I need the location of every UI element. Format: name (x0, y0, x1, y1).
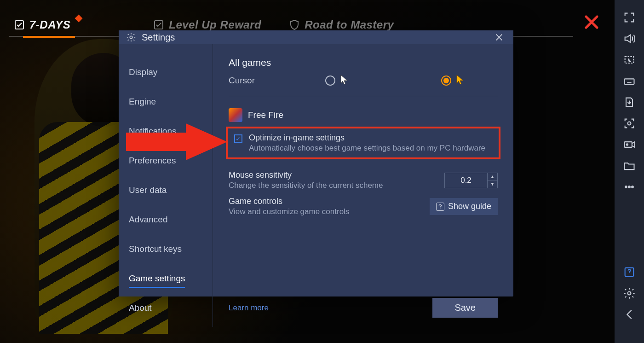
sidebar-item-label: Preferences (129, 156, 176, 165)
svg-point-11 (632, 186, 633, 188)
settings-title: Settings (142, 32, 175, 43)
tab-road-to-mastery[interactable]: Road to Mastery (284, 18, 398, 31)
show-guide-label: Show guide (448, 202, 491, 211)
radio-checked-icon (441, 76, 451, 86)
tab-label: Road to Mastery (305, 18, 394, 31)
lock-cursor-icon[interactable] (623, 53, 636, 66)
game-controls-desc: View and customize game controls (229, 207, 349, 216)
sidebar-item-label: Game settings (129, 273, 185, 283)
sidebar-item-label: User data (129, 185, 167, 195)
sidebar-item-display[interactable]: Display (119, 62, 213, 83)
sidebar-item-shortcut-keys[interactable]: Shortcut keys (119, 238, 213, 260)
cursor-label: Cursor (229, 76, 302, 86)
sidebar-item-notifications[interactable]: Notifications (119, 121, 213, 142)
volume-icon[interactable] (623, 32, 636, 45)
new-indicator-icon (75, 15, 83, 23)
sidebar-item-engine[interactable]: Engine (119, 91, 213, 112)
svg-point-13 (628, 292, 631, 295)
install-apk-icon[interactable] (623, 96, 636, 109)
sidebar-item-label: Display (129, 67, 157, 77)
svg-point-8 (627, 144, 628, 145)
optimize-description: Automatically choose best game settings … (249, 144, 485, 153)
sidebar-item-label: Shortcut keys (129, 244, 182, 254)
highlighted-optimize-row: ✓ Optimize in-game settings Automaticall… (226, 127, 500, 159)
game-section-header: Free Fire (229, 108, 498, 122)
save-button[interactable]: Save (432, 298, 498, 318)
mouse-sensitivity-desc: Change the sensitivity of the current sc… (229, 181, 383, 190)
optimize-title: Optimize in-game settings (249, 133, 485, 143)
settings-content: All games Cursor (213, 44, 513, 327)
tab-label: Level Up Reward (169, 18, 261, 31)
tab-level-up[interactable]: Level Up Reward (149, 18, 266, 31)
mouse-sensitivity-row: Mouse sensitivity Change the sensitivity… (229, 170, 498, 190)
learn-more-link[interactable]: Learn more (229, 303, 269, 313)
settings-sidebar: Display Engine Notifications Preferences… (119, 44, 213, 327)
cursor-white-icon (340, 75, 349, 87)
tab-7days[interactable]: 7-DAYS (9, 18, 75, 31)
settings-footer: Learn more Save (229, 287, 498, 318)
sidebar-item-label: Advanced (129, 215, 168, 224)
sidebar-item-label: Notifications (129, 126, 177, 136)
sidebar-item-about[interactable]: About (119, 297, 213, 319)
radio-icon (325, 76, 335, 86)
sidebar-item-advanced[interactable]: Advanced (119, 209, 213, 230)
svg-point-9 (625, 186, 627, 188)
checkbox-icon (14, 19, 25, 30)
stepper-down-icon[interactable]: ▼ (488, 180, 497, 188)
sidebar-item-label: Engine (129, 97, 156, 106)
media-folder-icon[interactable] (623, 159, 636, 172)
more-icon[interactable] (623, 180, 636, 193)
keyboard-controls-icon[interactable] (623, 75, 636, 87)
emulator-right-toolbar (615, 0, 644, 343)
gear-icon (126, 32, 136, 42)
sidebar-item-label: About (129, 303, 152, 313)
back-icon[interactable] (623, 308, 636, 321)
gear-icon[interactable] (623, 287, 636, 300)
game-name-label: Free Fire (248, 110, 283, 120)
checkbox-icon (153, 19, 164, 30)
game-controls-title: Game controls (229, 197, 349, 206)
svg-point-10 (628, 186, 630, 188)
sidebar-item-user-data[interactable]: User data (119, 180, 213, 201)
game-app-icon (229, 108, 242, 122)
sidebar-item-preferences[interactable]: Preferences (119, 150, 213, 171)
settings-modal: Settings Display Engine Notifications Pr… (119, 30, 513, 296)
svg-rect-5 (625, 79, 634, 84)
mouse-sensitivity-title: Mouse sensitivity (229, 170, 383, 180)
mouse-sensitivity-input[interactable] (445, 173, 487, 188)
stepper-up-icon[interactable]: ▲ (488, 173, 497, 180)
all-games-heading: All games (229, 57, 498, 68)
close-overlay-button[interactable] (582, 13, 601, 31)
optimize-checkbox[interactable]: ✓ (234, 134, 242, 143)
game-controls-row: Game controls View and customize game co… (229, 197, 498, 216)
record-icon[interactable] (623, 138, 636, 151)
guide-help-icon: ? (436, 203, 444, 211)
tab-label: 7-DAYS (29, 18, 70, 31)
help-icon[interactable] (623, 266, 636, 279)
settings-header: Settings (119, 30, 513, 44)
screenshot-icon[interactable] (623, 117, 636, 130)
svg-point-6 (628, 122, 631, 125)
cursor-option-custom[interactable] (441, 75, 465, 87)
shield-icon (289, 19, 300, 30)
cursor-orange-icon (456, 75, 465, 87)
svg-point-14 (130, 36, 132, 39)
cursor-option-system[interactable] (325, 75, 349, 87)
mouse-sensitivity-stepper[interactable]: ▲ ▼ (444, 173, 498, 188)
sidebar-item-game-settings[interactable]: Game settings (119, 268, 213, 289)
show-guide-button[interactable]: ? Show guide (430, 198, 498, 215)
close-settings-button[interactable] (492, 30, 506, 44)
fullscreen-icon[interactable] (623, 11, 636, 24)
cursor-setting-row: Cursor (229, 75, 498, 96)
